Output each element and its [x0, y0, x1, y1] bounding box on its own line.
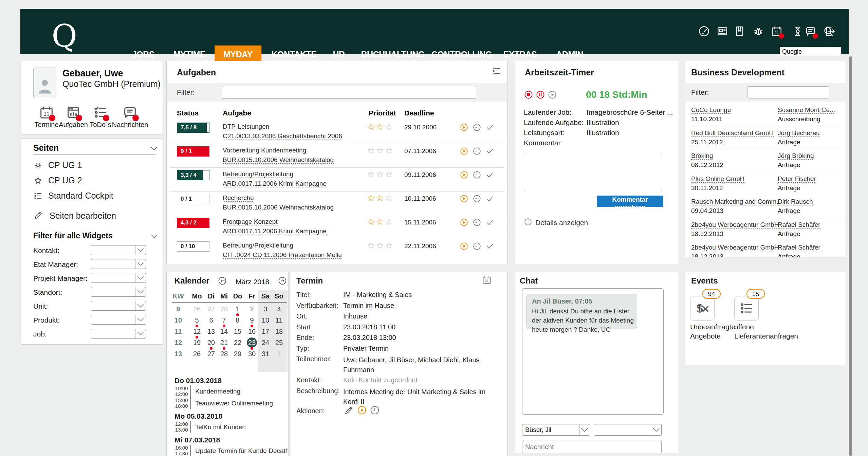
priority-star[interactable]: ☆: [385, 217, 394, 227]
priority-star[interactable]: ☆: [385, 169, 394, 179]
priority-star[interactable]: ☆: [385, 145, 394, 156]
show-details-link[interactable]: Details anzeigen: [535, 219, 588, 227]
list-icon[interactable]: [492, 66, 502, 76]
job-link[interactable]: CIT .0024 CD 11.2006 Präsentation Melle: [223, 251, 342, 259]
app-logo[interactable]: Q: [52, 19, 77, 53]
pause-button[interactable]: [536, 90, 545, 99]
bizdev-contact-link[interactable]: Peter Fischer: [778, 175, 816, 183]
log-time-icon[interactable]: [473, 147, 481, 156]
calendar-day[interactable]: 15: [231, 328, 244, 335]
sidebar-item-cp-ug-1[interactable]: CP UG 1: [33, 160, 155, 172]
priority-star[interactable]: ☆: [367, 193, 376, 203]
filter-select-standort[interactable]: [91, 287, 146, 297]
agenda-item-title[interactable]: Teamviewer Onlinemeeting: [195, 400, 273, 407]
job-link[interactable]: BUR.0015.10.2006 Weihnachtskatalog: [223, 204, 334, 211]
calendar-day[interactable]: 14: [217, 328, 231, 335]
bizdev-filter-input[interactable]: [747, 86, 829, 98]
priority-star[interactable]: ☆: [385, 240, 394, 251]
chevron-down-icon[interactable]: [150, 144, 159, 153]
job-link[interactable]: BUR.0015.10.2006 Weihnachtskatalog: [223, 156, 334, 164]
calendar-day[interactable]: 11: [272, 316, 286, 324]
log-time-icon[interactable]: [473, 218, 481, 227]
agenda-item-title[interactable]: TelKo mit Kunden: [195, 423, 246, 431]
calendar-day[interactable]: 12: [190, 328, 204, 335]
calendar-day[interactable]: 27: [204, 305, 218, 313]
calendar-day[interactable]: 29: [231, 350, 244, 358]
calendar-day[interactable]: 7: [217, 316, 231, 324]
calendar-day[interactable]: 16: [245, 328, 259, 335]
chevron-down-icon[interactable]: [150, 232, 159, 241]
search-icon[interactable]: [822, 25, 834, 37]
info-icon[interactable]: [524, 218, 532, 226]
priority-star[interactable]: ☆: [367, 169, 376, 179]
calendar-day[interactable]: 28: [217, 350, 231, 358]
comment-textarea[interactable]: [524, 154, 662, 191]
calendar-day[interactable]: 31: [259, 350, 272, 358]
start-timer-icon[interactable]: [460, 242, 468, 251]
bizdev-company-link[interactable]: Bröking: [691, 152, 713, 160]
priority-star[interactable]: ☆: [367, 240, 376, 251]
task-link[interactable]: Betreuung/Projektleitung: [223, 242, 293, 249]
log-time-icon[interactable]: [473, 194, 481, 203]
edit-icon[interactable]: [344, 405, 354, 415]
calendar-day[interactable]: 23: [245, 339, 259, 348]
calendar-day[interactable]: 22: [231, 339, 244, 347]
bizdev-company-link[interactable]: Plus Online GmbH: [691, 175, 744, 183]
play-button[interactable]: [548, 90, 557, 99]
bug-icon[interactable]: [752, 25, 764, 37]
search-input[interactable]: [780, 47, 841, 56]
next-month-icon[interactable]: [278, 276, 287, 285]
priority-star[interactable]: ☆: [367, 122, 376, 132]
calendar-day[interactable]: 25: [272, 339, 286, 347]
sidebar-item-cp-ug-2[interactable]: CP UG 2: [33, 175, 155, 187]
priority-star[interactable]: ☆: [376, 122, 385, 132]
priority-star[interactable]: ☆: [376, 217, 385, 227]
log-time-icon[interactable]: [473, 242, 481, 251]
prev-month-icon[interactable]: [218, 276, 227, 285]
calendar-day[interactable]: 27: [204, 350, 218, 358]
calendar-day[interactable]: 26: [190, 305, 204, 313]
calendar-month[interactable]: März 2018: [236, 278, 269, 286]
edit-pages-row[interactable]: Seiten bearbeiten: [33, 210, 155, 222]
calendar-day[interactable]: 13: [204, 328, 218, 335]
calendar-day[interactable]: 20: [204, 339, 218, 347]
complete-icon[interactable]: [485, 170, 494, 179]
priority-star[interactable]: ☆: [376, 240, 385, 251]
job-link[interactable]: C21.0013.03.2006 Geschäftsbericht 2006: [223, 132, 342, 140]
calendar-day[interactable]: 2: [245, 305, 259, 313]
calendar-day[interactable]: 6: [204, 316, 218, 324]
task-link[interactable]: Frontpage Konzept: [223, 218, 278, 225]
task-link[interactable]: Vorbereitung Kundenmeeting: [223, 147, 306, 154]
bizdev-contact-link[interactable]: Susanne Mont-Ce...: [778, 106, 835, 114]
start-timer-icon[interactable]: [460, 170, 468, 179]
bizdev-company-link[interactable]: Rausch Marketing and Comm...: [691, 198, 782, 205]
job-link[interactable]: ARD.0017.11.2006 Krimi Kampagne: [223, 227, 327, 235]
priority-star[interactable]: ☆: [367, 217, 376, 227]
stop-button[interactable]: [524, 90, 533, 99]
agenda-item-title[interactable]: Update Termin für Kunde Decathlon: [195, 447, 289, 455]
complete-icon[interactable]: [485, 218, 494, 227]
priority-star[interactable]: ☆: [385, 122, 394, 132]
priority-star[interactable]: ☆: [376, 169, 385, 179]
complete-icon[interactable]: [485, 242, 494, 251]
time-icon[interactable]: [370, 405, 380, 415]
chat-channel-select[interactable]: [594, 424, 662, 436]
bizdev-company-link[interactable]: CoCo Lounge: [691, 106, 731, 114]
complete-icon[interactable]: [485, 194, 494, 203]
calendar-day[interactable]: 17: [259, 328, 272, 335]
gauge-icon[interactable]: [698, 25, 710, 37]
start-timer-icon[interactable]: [460, 123, 468, 132]
calendar-day[interactable]: 1: [272, 350, 286, 358]
bookmark-icon[interactable]: [734, 25, 746, 37]
calendar-day[interactable]: 8: [231, 316, 244, 324]
calendar-day[interactable]: 28: [217, 305, 231, 313]
chat-message-input[interactable]: [522, 440, 662, 453]
bizdev-contact-link[interactable]: Jörg Becherau: [778, 129, 820, 137]
start-timer-icon[interactable]: [460, 194, 468, 203]
log-time-icon[interactable]: [473, 170, 481, 179]
tasks-filter-input[interactable]: [222, 86, 476, 99]
complete-icon[interactable]: [485, 123, 494, 132]
calendar-icon[interactable]: 21: [771, 25, 783, 37]
start-timer-icon[interactable]: [460, 218, 468, 227]
task-link[interactable]: Betreuung/Projektleitung: [223, 170, 293, 178]
